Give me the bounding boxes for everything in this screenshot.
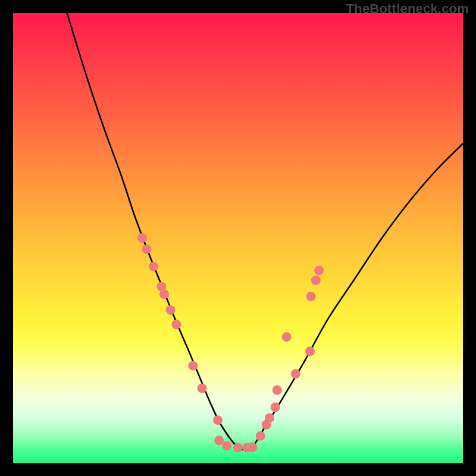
data-point <box>282 332 292 342</box>
data-point <box>256 431 265 441</box>
data-point <box>149 262 158 271</box>
data-point <box>314 265 324 275</box>
data-point <box>171 320 181 329</box>
data-point <box>198 384 207 393</box>
data-point <box>305 347 315 356</box>
data-point <box>273 386 282 395</box>
data-point <box>166 305 176 315</box>
chart-frame: TheBottleneck.com <box>0 0 476 476</box>
data-point <box>222 441 231 450</box>
data-point <box>248 443 257 452</box>
data-point <box>213 415 223 425</box>
data-point <box>265 413 274 422</box>
data-point <box>159 290 169 299</box>
bottleneck-curve <box>67 13 463 450</box>
data-point <box>306 292 315 301</box>
data-point <box>271 402 280 412</box>
data-point <box>291 369 300 378</box>
data-point <box>311 275 321 285</box>
chart-svg <box>13 13 463 463</box>
data-point <box>142 245 152 254</box>
data-point <box>233 443 243 452</box>
data-point <box>214 436 224 445</box>
data-point <box>137 233 147 243</box>
data-dots <box>137 233 324 452</box>
data-point <box>188 361 198 371</box>
